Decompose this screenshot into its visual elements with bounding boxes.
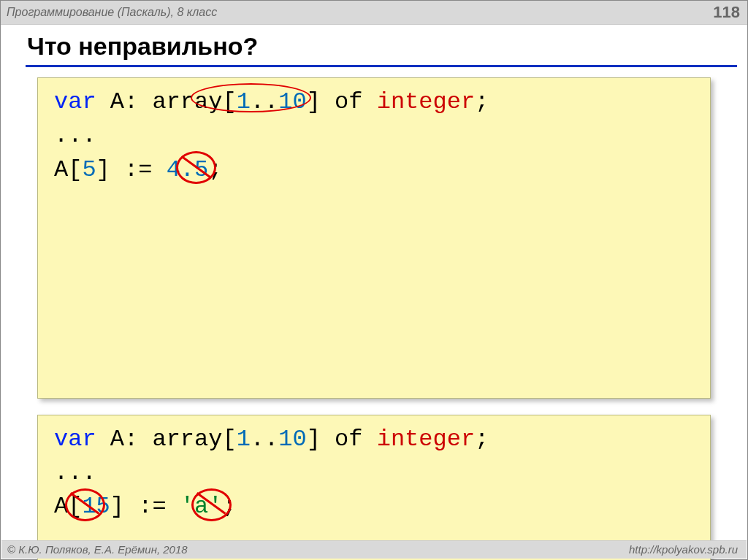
ellipsis: ... [54, 459, 96, 486]
kw-integer: integer [377, 88, 475, 115]
range-dots: .. [251, 426, 278, 453]
semicolon: ; [475, 426, 489, 453]
title-underline [26, 65, 737, 67]
num-1: 1 [237, 88, 251, 115]
code-text: A[ [54, 493, 82, 520]
slide-frame: Программирование (Паскаль), 8 класс 118 … [0, 0, 748, 560]
slide-title: Что неправильно? [1, 25, 747, 65]
header-bar: Программирование (Паскаль), 8 класс 118 [1, 1, 747, 25]
semicolon: ; [222, 493, 236, 520]
code-text: ] := [96, 156, 167, 183]
code-text: ] of [307, 88, 377, 115]
kw-var: var [54, 88, 96, 115]
ellipsis: ... [54, 122, 96, 149]
num-1: 1 [237, 426, 251, 453]
quote: ' [208, 493, 222, 520]
range-dots: .. [251, 88, 278, 115]
copyright-text: © К.Ю. Поляков, Е.А. Ерёмин, 2018 [7, 543, 188, 556]
code-text: ] := [110, 493, 180, 520]
page-number: 118 [713, 3, 740, 22]
num-10: 10 [278, 88, 306, 115]
num-index: 5 [82, 156, 96, 183]
code-text: A: array[ [96, 88, 237, 115]
char-value: a [194, 493, 208, 520]
semicolon: ; [475, 88, 489, 115]
code-text: A[ [54, 156, 82, 183]
num-index: 15 [82, 493, 110, 520]
code-text: A: array[ [96, 426, 237, 453]
quote: ' [180, 493, 194, 520]
code-block-2: var A: array[1..10] of integer; ... A[15… [37, 415, 711, 560]
num-value: 4.5 [167, 156, 209, 183]
kw-integer: integer [377, 426, 475, 453]
footer-url: http://kpolyakov.spb.ru [629, 543, 738, 556]
code-block-1: var A: array[1..10] of integer; ... A[5]… [37, 77, 711, 399]
code-text: ] of [307, 426, 377, 453]
footer-bar: © К.Ю. Поляков, Е.А. Ерёмин, 2018 http:/… [1, 540, 747, 559]
kw-var: var [54, 426, 96, 453]
semicolon: ; [208, 156, 222, 183]
num-10: 10 [278, 426, 306, 453]
course-label: Программирование (Паскаль), 8 класс [7, 6, 217, 19]
